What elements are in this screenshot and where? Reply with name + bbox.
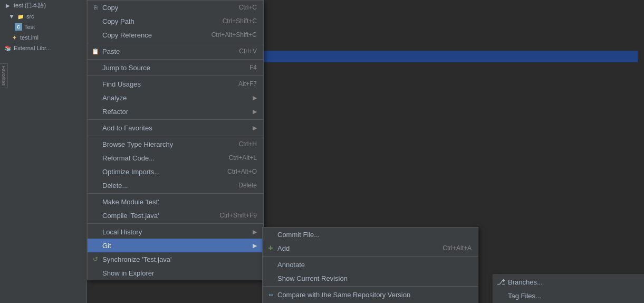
tag-files-label: Tag Files... <box>508 292 644 300</box>
menu-item-commit-file[interactable]: Commit File... <box>263 228 478 241</box>
class-icon: C <box>15 23 22 31</box>
sidebar-item-external-lib[interactable]: 📚 External Libr... <box>0 43 86 53</box>
menu-item-local-history[interactable]: Local History ▶ <box>88 225 263 239</box>
git-label: Git <box>102 242 248 250</box>
copy-reference-label: Copy Reference <box>102 31 201 39</box>
menu-item-paste[interactable]: 📋 Paste Ctrl+V <box>88 44 263 58</box>
commit-file-label: Commit File... <box>277 231 472 239</box>
analyze-label: Analyze <box>102 94 248 102</box>
compare-same-icon: ⇔ <box>266 290 275 299</box>
compile-shortcut: Ctrl+Shift+F9 <box>219 212 257 219</box>
menu-item-copy[interactable]: ⎘ Copy Ctrl+C <box>88 1 263 14</box>
branches-label: Branches... <box>508 278 644 286</box>
menu-item-optimize-imports[interactable]: Optimize Imports... Ctrl+Alt+O <box>88 165 263 178</box>
main-context-menu: ⎘ Copy Ctrl+C Copy Path Ctrl+Shift+C Cop… <box>87 0 264 280</box>
find-usages-label: Find Usages <box>102 80 228 88</box>
folder-icon: ▶ <box>4 2 12 10</box>
menu-item-reformat-code[interactable]: Reformat Code... Ctrl+Alt+L <box>88 151 263 165</box>
separator-1 <box>88 43 263 43</box>
paste-shortcut: Ctrl+V <box>239 48 257 55</box>
reformat-code-label: Reformat Code... <box>102 154 218 162</box>
browse-type-hierarchy-shortcut: Ctrl+H <box>239 140 257 148</box>
paste-icon: 📋 <box>91 46 100 56</box>
lib-icon: 📚 <box>4 44 12 52</box>
add-to-favorites-arrow: ▶ <box>253 125 257 131</box>
jump-to-source-shortcut: F4 <box>249 64 257 71</box>
menu-item-find-usages[interactable]: Find Usages Alt+F7 <box>88 77 263 91</box>
menu-item-show-in-explorer[interactable]: Show in Explorer <box>88 266 263 280</box>
menu-item-compile[interactable]: Compile 'Test.java' Ctrl+Shift+F9 <box>88 209 263 222</box>
menu-item-annotate[interactable]: Annotate <box>263 258 478 271</box>
copy-reference-shortcut: Ctrl+Alt+Shift+C <box>212 31 257 39</box>
git-separator-2 <box>263 286 478 287</box>
separator-3 <box>88 75 263 76</box>
menu-item-synchronize[interactable]: ↺ Synchronize 'Test.java' <box>88 252 263 266</box>
menu-item-show-current-revision[interactable]: Show Current Revision <box>263 271 478 285</box>
add-shortcut: Ctrl+Alt+A <box>443 244 472 252</box>
separator-4 <box>88 119 263 120</box>
menu-item-branches[interactable]: ⎇ Branches... <box>493 275 644 289</box>
git-submenu: Commit File... + Add Ctrl+Alt+A Annotate… <box>262 227 478 303</box>
git-arrow: ▶ <box>253 242 257 249</box>
separator-2 <box>88 59 263 60</box>
find-usages-shortcut: Alt+F7 <box>238 80 257 88</box>
synchronize-label: Synchronize 'Test.java' <box>102 255 257 263</box>
local-history-arrow: ▶ <box>253 229 257 235</box>
paste-label: Paste <box>102 48 228 55</box>
copy-shortcut: Ctrl+C <box>239 4 257 11</box>
show-current-revision-label: Show Current Revision <box>277 274 472 282</box>
sync-icon: ↺ <box>91 254 100 264</box>
menu-item-delete[interactable]: Delete... Delete <box>88 178 263 192</box>
menu-item-make-module[interactable]: Make Module 'test' <box>88 195 263 209</box>
jump-to-source-label: Jump to Source <box>102 64 239 72</box>
sidebar-item-src[interactable]: ▼ 📁 src <box>0 11 86 22</box>
reformat-code-shortcut: Ctrl+Alt+L <box>229 154 257 162</box>
menu-item-copy-reference[interactable]: Copy Reference Ctrl+Alt+Shift+C <box>88 28 263 42</box>
ide-sidebar: ▶ test (日本語) ▼ 📁 src C Test ✦ test.iml 📚… <box>0 0 87 303</box>
refactor-label: Refactor <box>102 108 248 116</box>
menu-item-add[interactable]: + Add Ctrl+Alt+A <box>263 241 478 255</box>
menu-item-tag-files[interactable]: Tag Files... <box>493 289 644 302</box>
repository-submenu: ⎇ Branches... Tag Files... ⑂ Merge Chang… <box>493 274 644 303</box>
compare-same-repo-label: Compare with the Same Repository Version <box>277 291 472 299</box>
menu-item-compare-same-repo[interactable]: ⇔ Compare with the Same Repository Versi… <box>263 288 478 301</box>
show-in-explorer-label: Show in Explorer <box>102 269 257 277</box>
separator-5 <box>88 136 263 136</box>
menu-item-analyze[interactable]: Analyze ▶ <box>88 91 263 105</box>
sidebar-item-iml[interactable]: ✦ test.iml <box>0 32 86 43</box>
analyze-arrow: ▶ <box>253 94 257 101</box>
refactor-arrow: ▶ <box>253 108 257 115</box>
menu-item-copy-path[interactable]: Copy Path Ctrl+Shift+C <box>88 14 263 28</box>
add-label: Add <box>277 244 432 252</box>
copy-path-label: Copy Path <box>102 17 212 25</box>
optimize-imports-label: Optimize Imports... <box>102 168 217 176</box>
separator-7 <box>88 223 263 224</box>
plus-icon: + <box>266 243 275 253</box>
sidebar-item-test[interactable]: ▶ test (日本語) <box>0 0 86 11</box>
compile-label: Compile 'Test.java' <box>102 212 209 220</box>
browse-type-hierarchy-label: Browse Type Hierarchy <box>102 140 228 148</box>
menu-item-browse-type-hierarchy[interactable]: Browse Type Hierarchy Ctrl+H <box>88 137 263 151</box>
copy-path-shortcut: Ctrl+Shift+C <box>223 17 257 25</box>
menu-item-refactor[interactable]: Refactor ▶ <box>88 105 263 118</box>
copy-icon: ⎘ <box>91 3 100 12</box>
copy-label: Copy <box>102 4 228 12</box>
local-history-label: Local History <box>102 228 248 236</box>
delete-label: Delete... <box>102 182 228 190</box>
delete-shortcut: Delete <box>238 182 257 189</box>
separator-6 <box>88 193 263 194</box>
git-separator-1 <box>263 256 478 257</box>
menu-item-jump-to-source[interactable]: Jump to Source F4 <box>88 61 263 74</box>
sidebar-item-test-class[interactable]: C Test <box>0 22 86 32</box>
optimize-imports-shortcut: Ctrl+Alt+O <box>227 168 257 175</box>
iml-icon: ✦ <box>11 34 18 41</box>
branches-icon: ⎇ <box>496 277 506 287</box>
folder-open-icon: 📁 <box>17 13 24 20</box>
favorites-tab[interactable]: Favorites <box>0 63 8 88</box>
menu-item-git[interactable]: Git ▶ <box>88 239 263 252</box>
make-module-label: Make Module 'test' <box>102 198 257 206</box>
annotate-label: Annotate <box>277 261 472 269</box>
menu-item-add-to-favorites[interactable]: Add to Favorites ▶ <box>88 121 263 135</box>
add-to-favorites-label: Add to Favorites <box>102 124 248 132</box>
